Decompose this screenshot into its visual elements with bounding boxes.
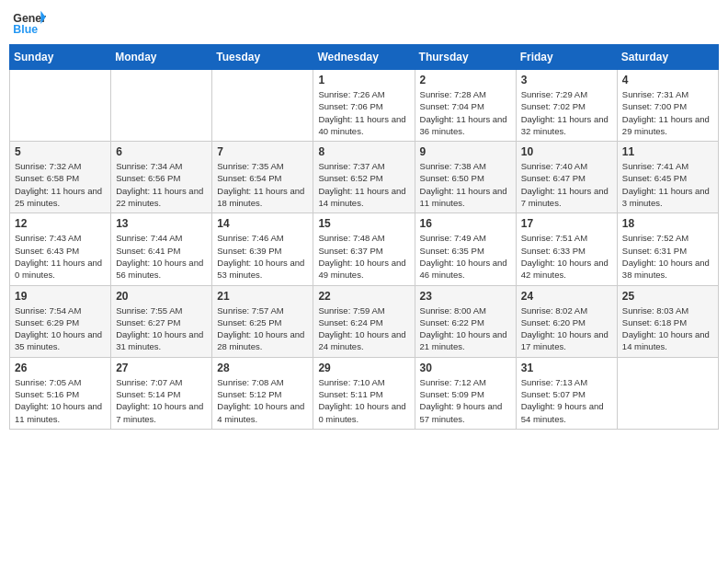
day-number: 22	[318, 290, 409, 303]
day-number: 7	[217, 145, 308, 158]
day-number: 11	[622, 145, 713, 158]
calendar-cell: 14Sunrise: 7:46 AM Sunset: 6:39 PM Dayli…	[212, 213, 313, 285]
day-info: Sunrise: 7:07 AM Sunset: 5:14 PM Dayligh…	[116, 376, 207, 425]
day-info: Sunrise: 7:54 AM Sunset: 6:29 PM Dayligh…	[15, 304, 106, 353]
day-info: Sunrise: 7:26 AM Sunset: 7:06 PM Dayligh…	[318, 88, 409, 137]
calendar-cell: 25Sunrise: 8:03 AM Sunset: 6:18 PM Dayli…	[617, 285, 718, 357]
day-number: 17	[521, 217, 612, 230]
day-info: Sunrise: 7:34 AM Sunset: 6:56 PM Dayligh…	[116, 160, 207, 209]
day-number: 16	[420, 217, 511, 230]
day-number: 30	[420, 362, 511, 374]
calendar-cell: 24Sunrise: 8:02 AM Sunset: 6:20 PM Dayli…	[516, 285, 617, 357]
day-info: Sunrise: 7:52 AM Sunset: 6:31 PM Dayligh…	[622, 232, 713, 281]
day-info: Sunrise: 8:00 AM Sunset: 6:22 PM Dayligh…	[420, 304, 511, 353]
calendar-cell: 17Sunrise: 7:51 AM Sunset: 6:33 PM Dayli…	[516, 213, 617, 285]
day-info: Sunrise: 7:10 AM Sunset: 5:11 PM Dayligh…	[318, 376, 409, 425]
day-info: Sunrise: 7:05 AM Sunset: 5:16 PM Dayligh…	[15, 376, 106, 425]
calendar-cell: 5Sunrise: 7:32 AM Sunset: 6:58 PM Daylig…	[10, 142, 111, 213]
column-header-thursday: Thursday	[415, 45, 516, 70]
day-info: Sunrise: 7:38 AM Sunset: 6:50 PM Dayligh…	[420, 160, 511, 209]
calendar-cell: 31Sunrise: 7:13 AM Sunset: 5:07 PM Dayli…	[516, 357, 617, 429]
calendar-cell: 23Sunrise: 8:00 AM Sunset: 6:22 PM Dayli…	[415, 285, 516, 357]
day-number: 6	[116, 145, 207, 158]
day-info: Sunrise: 7:08 AM Sunset: 5:12 PM Dayligh…	[217, 376, 308, 425]
day-number: 26	[15, 362, 106, 374]
calendar-cell: 30Sunrise: 7:12 AM Sunset: 5:09 PM Dayli…	[415, 357, 516, 429]
calendar-cell: 10Sunrise: 7:40 AM Sunset: 6:47 PM Dayli…	[516, 142, 617, 213]
day-number: 12	[15, 217, 106, 230]
day-info: Sunrise: 7:29 AM Sunset: 7:02 PM Dayligh…	[521, 88, 612, 137]
day-number: 29	[318, 362, 409, 374]
logo-icon: General Blue	[13, 9, 46, 37]
day-info: Sunrise: 7:55 AM Sunset: 6:27 PM Dayligh…	[116, 304, 207, 353]
calendar-cell: 16Sunrise: 7:49 AM Sunset: 6:35 PM Dayli…	[415, 213, 516, 285]
day-info: Sunrise: 7:32 AM Sunset: 6:58 PM Dayligh…	[15, 160, 106, 209]
calendar-cell: 22Sunrise: 7:59 AM Sunset: 6:24 PM Dayli…	[313, 285, 415, 357]
day-info: Sunrise: 7:12 AM Sunset: 5:09 PM Dayligh…	[420, 376, 511, 425]
day-info: Sunrise: 7:40 AM Sunset: 6:47 PM Dayligh…	[521, 160, 612, 209]
day-info: Sunrise: 7:49 AM Sunset: 6:35 PM Dayligh…	[420, 232, 511, 281]
calendar-cell: 28Sunrise: 7:08 AM Sunset: 5:12 PM Dayli…	[212, 357, 313, 429]
calendar-cell: 3Sunrise: 7:29 AM Sunset: 7:02 PM Daylig…	[516, 70, 617, 142]
calendar-cell: 20Sunrise: 7:55 AM Sunset: 6:27 PM Dayli…	[111, 285, 212, 357]
calendar-cell: 21Sunrise: 7:57 AM Sunset: 6:25 PM Dayli…	[212, 285, 313, 357]
day-info: Sunrise: 7:28 AM Sunset: 7:04 PM Dayligh…	[420, 88, 511, 137]
calendar-cell	[617, 357, 718, 429]
day-number: 25	[622, 290, 713, 303]
day-number: 10	[521, 145, 612, 158]
day-number: 15	[318, 217, 409, 230]
day-number: 28	[217, 362, 308, 374]
calendar-cell: 19Sunrise: 7:54 AM Sunset: 6:29 PM Dayli…	[10, 285, 111, 357]
day-number: 1	[318, 74, 409, 86]
day-info: Sunrise: 7:41 AM Sunset: 6:45 PM Dayligh…	[622, 160, 713, 209]
day-info: Sunrise: 7:59 AM Sunset: 6:24 PM Dayligh…	[318, 304, 409, 353]
calendar-cell: 12Sunrise: 7:43 AM Sunset: 6:43 PM Dayli…	[10, 213, 111, 285]
calendar-week-row: 19Sunrise: 7:54 AM Sunset: 6:29 PM Dayli…	[10, 285, 719, 357]
calendar-cell: 9Sunrise: 7:38 AM Sunset: 6:50 PM Daylig…	[415, 142, 516, 213]
day-number: 2	[420, 74, 511, 86]
calendar-week-row: 12Sunrise: 7:43 AM Sunset: 6:43 PM Dayli…	[10, 213, 719, 285]
calendar-cell: 7Sunrise: 7:35 AM Sunset: 6:54 PM Daylig…	[212, 142, 313, 213]
column-header-sunday: Sunday	[10, 45, 111, 70]
day-info: Sunrise: 8:03 AM Sunset: 6:18 PM Dayligh…	[622, 304, 713, 353]
calendar-cell	[212, 70, 313, 142]
day-info: Sunrise: 8:02 AM Sunset: 6:20 PM Dayligh…	[521, 304, 612, 353]
column-header-monday: Monday	[111, 45, 212, 70]
calendar-cell: 1Sunrise: 7:26 AM Sunset: 7:06 PM Daylig…	[313, 70, 415, 142]
day-info: Sunrise: 7:44 AM Sunset: 6:41 PM Dayligh…	[116, 232, 207, 281]
calendar-cell	[111, 70, 212, 142]
day-number: 4	[622, 74, 713, 86]
day-number: 5	[15, 145, 106, 158]
day-info: Sunrise: 7:31 AM Sunset: 7:00 PM Dayligh…	[622, 88, 713, 137]
calendar-cell: 29Sunrise: 7:10 AM Sunset: 5:11 PM Dayli…	[313, 357, 415, 429]
day-info: Sunrise: 7:57 AM Sunset: 6:25 PM Dayligh…	[217, 304, 308, 353]
day-number: 9	[420, 145, 511, 158]
column-header-friday: Friday	[516, 45, 617, 70]
day-number: 27	[116, 362, 207, 374]
day-number: 23	[420, 290, 511, 303]
calendar-cell: 6Sunrise: 7:34 AM Sunset: 6:56 PM Daylig…	[111, 142, 212, 213]
day-number: 21	[217, 290, 308, 303]
day-number: 14	[217, 217, 308, 230]
calendar-cell	[10, 70, 111, 142]
day-number: 24	[521, 290, 612, 303]
column-header-saturday: Saturday	[617, 45, 718, 70]
calendar-cell: 8Sunrise: 7:37 AM Sunset: 6:52 PM Daylig…	[313, 142, 415, 213]
calendar-week-row: 5Sunrise: 7:32 AM Sunset: 6:58 PM Daylig…	[10, 142, 719, 213]
svg-text:Blue: Blue	[13, 23, 38, 36]
calendar-week-row: 26Sunrise: 7:05 AM Sunset: 5:16 PM Dayli…	[10, 357, 719, 429]
day-info: Sunrise: 7:37 AM Sunset: 6:52 PM Dayligh…	[318, 160, 409, 209]
day-number: 19	[15, 290, 106, 303]
day-info: Sunrise: 7:13 AM Sunset: 5:07 PM Dayligh…	[521, 376, 612, 425]
day-number: 3	[521, 74, 612, 86]
logo: General Blue	[13, 9, 46, 37]
calendar-header-row: SundayMondayTuesdayWednesdayThursdayFrid…	[10, 45, 719, 70]
calendar-cell: 11Sunrise: 7:41 AM Sunset: 6:45 PM Dayli…	[617, 142, 718, 213]
day-number: 20	[116, 290, 207, 303]
calendar-cell: 15Sunrise: 7:48 AM Sunset: 6:37 PM Dayli…	[313, 213, 415, 285]
day-number: 18	[622, 217, 713, 230]
column-header-tuesday: Tuesday	[212, 45, 313, 70]
calendar-week-row: 1Sunrise: 7:26 AM Sunset: 7:06 PM Daylig…	[10, 70, 719, 142]
calendar-cell: 13Sunrise: 7:44 AM Sunset: 6:41 PM Dayli…	[111, 213, 212, 285]
calendar-cell: 18Sunrise: 7:52 AM Sunset: 6:31 PM Dayli…	[617, 213, 718, 285]
